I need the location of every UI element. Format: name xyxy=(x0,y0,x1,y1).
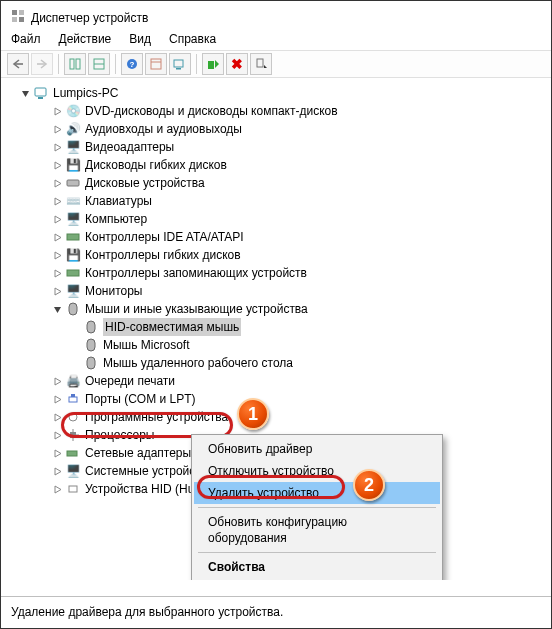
system-device-icon: 🖥️ xyxy=(65,463,81,479)
svg-rect-26 xyxy=(87,357,95,369)
tree-item-rdp-mouse[interactable]: Мышь удаленного рабочего стола xyxy=(11,354,549,372)
tree-cat-video[interactable]: 🖥️ Видеоадаптеры xyxy=(11,138,549,156)
svg-rect-6 xyxy=(70,59,74,69)
more-button[interactable] xyxy=(250,53,272,75)
context-menu: Обновить драйвер Отключить устройство Уд… xyxy=(191,434,443,580)
tree-cat-soft[interactable]: Программные устройства xyxy=(11,408,549,426)
svg-rect-1 xyxy=(19,10,24,15)
tree-root[interactable]: Lumpics-PC xyxy=(11,84,549,102)
chevron-right-icon xyxy=(51,267,63,279)
chevron-right-icon xyxy=(51,375,63,387)
help-button[interactable]: ? xyxy=(121,53,143,75)
chevron-right-icon xyxy=(51,105,63,117)
svg-rect-22 xyxy=(67,270,79,276)
chevron-right-icon xyxy=(51,411,63,423)
chevron-right-icon xyxy=(51,177,63,189)
menu-action[interactable]: Действие xyxy=(59,32,112,46)
statusbar: Удаление драйвера для выбранного устройс… xyxy=(1,596,551,628)
chevron-right-icon xyxy=(51,213,63,225)
ctx-disable-device[interactable]: Отключить устройство xyxy=(194,460,440,482)
svg-rect-21 xyxy=(67,234,79,240)
properties-button[interactable] xyxy=(145,53,167,75)
svg-rect-27 xyxy=(69,397,77,402)
tree-cat-mouse[interactable]: Мыши и иные указывающие устройства xyxy=(11,300,549,318)
tree-cat-printq[interactable]: 🖨️ Очереди печати xyxy=(11,372,549,390)
ctx-update-driver[interactable]: Обновить драйвер xyxy=(194,438,440,460)
chevron-right-icon xyxy=(51,483,63,495)
network-adapter-icon xyxy=(65,445,81,461)
view-grid-2-button[interactable] xyxy=(88,53,110,75)
menu-file[interactable]: Файл xyxy=(11,32,41,46)
uninstall-button[interactable]: ✖ xyxy=(226,53,248,75)
tree-cat-ports[interactable]: Порты (COM и LPT) xyxy=(11,390,549,408)
tree-cat-audio[interactable]: 🔊 Аудиовходы и аудиовыходы xyxy=(11,120,549,138)
scan-hardware-button[interactable] xyxy=(169,53,191,75)
chevron-right-icon xyxy=(51,393,63,405)
tree-cat-computer[interactable]: 🖥️ Компьютер xyxy=(11,210,549,228)
hid-icon xyxy=(65,481,81,497)
svg-rect-18 xyxy=(35,88,46,96)
ctx-uninstall-device[interactable]: Удалить устройство xyxy=(194,482,440,504)
toolbar: ? ✖ xyxy=(1,50,551,78)
processor-icon xyxy=(65,427,81,443)
svg-rect-2 xyxy=(12,17,17,22)
forward-button[interactable] xyxy=(31,53,53,75)
tree-cat-floppyctrl[interactable]: 💾 Контроллеры гибких дисков xyxy=(11,246,549,264)
titlebar: Диспетчер устройств xyxy=(1,1,551,30)
tree-item-microsoft-mouse[interactable]: Мышь Microsoft xyxy=(11,336,549,354)
window-title: Диспетчер устройств xyxy=(31,11,148,25)
display-adapter-icon: 🖥️ xyxy=(65,139,81,155)
svg-rect-0 xyxy=(12,10,17,15)
chevron-right-icon xyxy=(51,141,63,153)
context-menu-separator xyxy=(198,552,436,553)
svg-rect-23 xyxy=(69,303,77,315)
tree-cat-keyboard[interactable]: ⌨️ Клавиатуры xyxy=(11,192,549,210)
ctx-scan-hardware[interactable]: Обновить конфигурацию оборудования xyxy=(194,511,440,549)
mouse-icon xyxy=(83,319,99,335)
svg-rect-20 xyxy=(67,180,79,186)
mouse-icon xyxy=(83,337,99,353)
ctx-properties[interactable]: Свойства xyxy=(194,556,440,578)
context-menu-separator xyxy=(198,507,436,508)
view-grid-1-button[interactable] xyxy=(64,53,86,75)
audio-icon: 🔊 xyxy=(65,121,81,137)
chevron-right-icon xyxy=(51,123,63,135)
menu-help[interactable]: Справка xyxy=(169,32,216,46)
ide-controller-icon xyxy=(65,229,81,245)
mouse-icon xyxy=(83,355,99,371)
svg-rect-36 xyxy=(69,486,77,492)
svg-rect-16 xyxy=(208,61,214,69)
svg-rect-19 xyxy=(38,97,43,99)
tree-root-label: Lumpics-PC xyxy=(53,84,118,102)
tree-cat-disk[interactable]: Дисковые устройства xyxy=(11,174,549,192)
port-icon xyxy=(65,391,81,407)
svg-rect-7 xyxy=(76,59,80,69)
chevron-down-icon xyxy=(19,87,31,99)
tree-cat-ide[interactable]: Контроллеры IDE ATA/ATAPI xyxy=(11,228,549,246)
chevron-right-icon xyxy=(51,195,63,207)
svg-point-29 xyxy=(69,413,77,421)
menu-view[interactable]: Вид xyxy=(129,32,151,46)
chevron-right-icon xyxy=(51,159,63,171)
tree-cat-dvd[interactable]: 💿 DVD-дисководы и дисководы компакт-диск… xyxy=(11,102,549,120)
chevron-right-icon xyxy=(51,429,63,441)
computer-icon xyxy=(33,85,49,101)
chevron-right-icon xyxy=(51,447,63,459)
svg-rect-15 xyxy=(176,68,181,70)
svg-rect-17 xyxy=(257,59,263,67)
tree-cat-storage[interactable]: Контроллеры запоминающих устройств xyxy=(11,264,549,282)
app-icon xyxy=(11,9,25,26)
update-driver-button[interactable] xyxy=(202,53,224,75)
chevron-right-icon xyxy=(51,231,63,243)
back-button[interactable] xyxy=(7,53,29,75)
tree-cat-monitor[interactable]: 🖥️ Мониторы xyxy=(11,282,549,300)
svg-rect-14 xyxy=(174,60,183,67)
keyboard-icon: ⌨️ xyxy=(65,193,81,209)
chevron-down-icon xyxy=(51,303,63,315)
tree-cat-floppy[interactable]: 💾 Дисководы гибких дисков xyxy=(11,156,549,174)
chevron-right-icon xyxy=(51,465,63,477)
svg-rect-35 xyxy=(67,451,77,456)
tree-item-hid-mouse[interactable]: HID-совместимая мышь xyxy=(11,318,549,336)
svg-rect-24 xyxy=(87,321,95,333)
mouse-category-icon xyxy=(65,301,81,317)
